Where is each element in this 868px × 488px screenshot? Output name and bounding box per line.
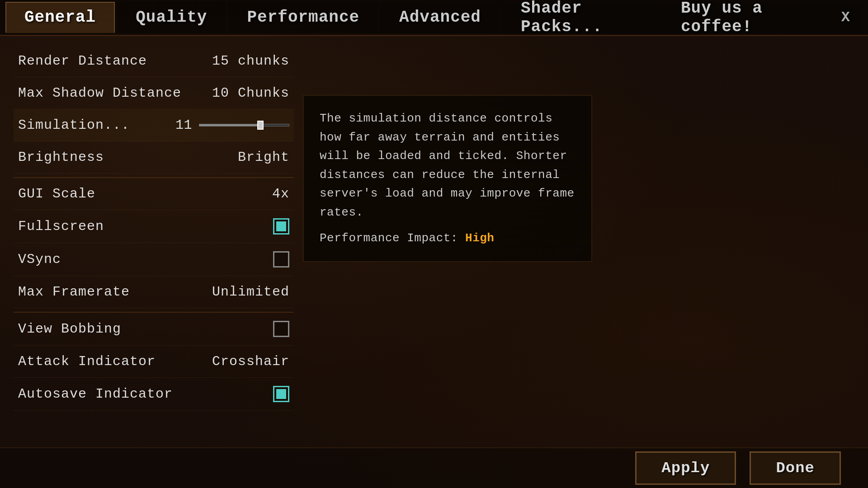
- info-text: The simulation distance controls how far…: [320, 109, 576, 222]
- setting-attack-indicator[interactable]: Attack Indicator Crosshair: [14, 346, 294, 378]
- tab-shader-packs-label: Shader Packs...: [521, 0, 641, 36]
- apply-button[interactable]: Apply: [635, 451, 736, 485]
- performance-impact-label: Performance Impact:: [320, 231, 458, 245]
- max-framerate-value: Unlimited: [212, 284, 289, 300]
- fullscreen-label: Fullscreen: [18, 219, 104, 234]
- vsync-checkbox[interactable]: [273, 251, 289, 267]
- setting-max-framerate[interactable]: Max Framerate Unlimited: [14, 276, 294, 308]
- done-button[interactable]: Done: [750, 451, 841, 485]
- simulation-label: Simulation...: [18, 117, 130, 133]
- tab-quality[interactable]: Quality: [117, 2, 226, 33]
- vsync-label: VSync: [18, 252, 61, 267]
- performance-impact-value: High: [465, 231, 494, 245]
- simulation-slider-track[interactable]: [199, 124, 289, 127]
- simulation-slider-container: 11: [174, 117, 289, 133]
- settings-panel: Render Distance 15 chunks Max Shadow Dis…: [14, 45, 294, 438]
- tab-general[interactable]: General: [5, 2, 115, 33]
- autosave-indicator-checkbox[interactable]: [273, 386, 289, 402]
- tab-close-label: X: [841, 9, 850, 26]
- simulation-value: 11: [174, 117, 192, 133]
- tab-advanced[interactable]: Advanced: [380, 2, 500, 33]
- setting-autosave-indicator[interactable]: Autosave Indicator: [14, 378, 294, 411]
- max-framerate-label: Max Framerate: [18, 284, 130, 300]
- setting-vsync[interactable]: VSync: [14, 243, 294, 276]
- tab-buy-coffee[interactable]: Buy us a coffee!: [662, 2, 828, 33]
- tab-shader-packs[interactable]: Shader Packs...: [502, 2, 660, 33]
- simulation-slider-fill: [199, 124, 260, 126]
- simulation-slider-thumb[interactable]: [257, 121, 264, 130]
- tab-buy-coffee-label: Buy us a coffee!: [681, 0, 809, 36]
- tab-performance[interactable]: Performance: [228, 2, 378, 33]
- gui-scale-label: GUI Scale: [18, 186, 95, 202]
- tab-close[interactable]: X: [829, 2, 863, 33]
- setting-simulation[interactable]: Simulation... 11: [14, 109, 294, 141]
- setting-max-shadow-distance[interactable]: Max Shadow Distance 10 Chunks: [14, 77, 294, 109]
- view-bobbing-label: View Bobbing: [18, 321, 121, 337]
- performance-impact: Performance Impact: High: [320, 229, 576, 248]
- bottom-bar: Apply Done: [0, 447, 868, 488]
- setting-gui-scale[interactable]: GUI Scale 4x: [14, 177, 294, 210]
- max-shadow-distance-value: 10 Chunks: [212, 85, 289, 101]
- autosave-indicator-label: Autosave Indicator: [18, 386, 173, 402]
- attack-indicator-label: Attack Indicator: [18, 354, 156, 369]
- tab-quality-label: Quality: [136, 8, 207, 27]
- brightness-value: Bright: [238, 150, 289, 165]
- setting-render-distance[interactable]: Render Distance 15 chunks: [14, 45, 294, 77]
- view-bobbing-checkbox[interactable]: [273, 321, 289, 337]
- render-distance-value: 15 chunks: [212, 53, 289, 69]
- tab-general-label: General: [24, 8, 96, 27]
- fullscreen-checkbox[interactable]: [273, 218, 289, 235]
- setting-brightness[interactable]: Brightness Bright: [14, 141, 294, 174]
- attack-indicator-value: Crosshair: [212, 354, 289, 369]
- setting-view-bobbing[interactable]: View Bobbing: [14, 312, 294, 346]
- tab-bar: General Quality Performance Advanced Sha…: [0, 0, 868, 36]
- setting-fullscreen[interactable]: Fullscreen: [14, 210, 294, 243]
- content-area: Render Distance 15 chunks Max Shadow Dis…: [0, 36, 868, 447]
- render-distance-label: Render Distance: [18, 53, 147, 69]
- info-panel: The simulation distance controls how far…: [303, 95, 592, 262]
- main-container: General Quality Performance Advanced Sha…: [0, 0, 868, 488]
- brightness-label: Brightness: [18, 150, 104, 165]
- max-shadow-distance-label: Max Shadow Distance: [18, 85, 181, 101]
- tab-performance-label: Performance: [247, 8, 359, 27]
- gui-scale-value: 4x: [272, 186, 289, 202]
- tab-advanced-label: Advanced: [399, 8, 481, 27]
